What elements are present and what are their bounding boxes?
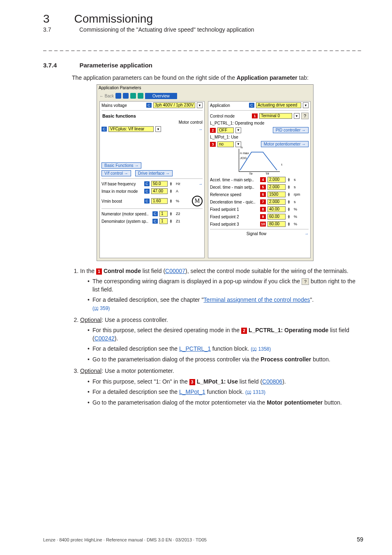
param-input[interactable]: 1500 — [267, 192, 286, 197]
step-1-sub-2: For a detailed description, see the chap… — [88, 296, 363, 312]
dropdown-icon[interactable]: ▼ — [197, 102, 203, 108]
callout-2: 2 — [241, 328, 247, 334]
vmin-input[interactable]: 1.60 — [151, 198, 168, 204]
param-label: Accel. time - main setp.. — [210, 178, 258, 182]
step-3-sub-3: Go to the parameterisation dialog of the… — [88, 399, 363, 407]
arrow-icon[interactable]: → — [198, 127, 203, 132]
lmpot-select[interactable]: no — [217, 141, 234, 147]
vmin-label: Vmin boost — [101, 199, 143, 204]
c-badge-icon[interactable]: C — [144, 189, 150, 194]
callout-1: 1 — [252, 113, 258, 118]
book-icon: 🕮 — [94, 306, 99, 311]
link-terminal-assignment[interactable]: Terminal assignment of the control modes — [203, 296, 310, 303]
denominator-label: Denominator (system sp.. — [101, 219, 151, 224]
vf-control-button[interactable]: V/f control → — [101, 170, 131, 176]
callout-7: 7 — [260, 199, 266, 204]
param-row: Fixed setpoint 31080.00▲▼% — [208, 220, 310, 228]
overview-button[interactable]: Overview — [145, 93, 177, 99]
param-input[interactable]: 60.00 — [267, 214, 286, 220]
link-c00242[interactable]: C00242 — [95, 335, 115, 342]
c-badge-icon[interactable]: C — [144, 199, 150, 204]
nav-icon-2[interactable] — [123, 93, 129, 99]
drive-interface-button[interactable]: Drive interface → — [135, 170, 173, 176]
lmpot-label: L_MPot_1: Use — [210, 135, 238, 139]
dropdown-icon[interactable]: ▼ — [303, 102, 309, 108]
nav-icon-1[interactable] — [115, 93, 121, 99]
nav-icon-4[interactable] — [138, 93, 143, 99]
spinner-icon[interactable]: ▲▼ — [169, 182, 173, 186]
section-title: Commissioning of the "Actuating drive sp… — [79, 26, 254, 33]
chapter-title: Commissioning — [74, 12, 153, 25]
vf-base-freq-input[interactable]: 50.0 — [151, 181, 168, 187]
lpctrl-select[interactable]: OFF — [217, 127, 234, 133]
motor-icon: M — [192, 196, 203, 206]
page-header: 3 Commissioning 3.7 Commissioning of the… — [43, 12, 363, 51]
basic-functions-button[interactable]: Basic Functions → — [101, 162, 141, 169]
application-label: Application — [210, 103, 230, 108]
spinner-icon[interactable]: ▲▼ — [287, 200, 291, 204]
spinner-icon[interactable]: ▲▼ — [287, 222, 291, 226]
toolbar: ← Back Overview — [99, 92, 311, 99]
nav-icon-3[interactable] — [130, 93, 136, 99]
param-label: Fixed setpoint 2 — [210, 215, 258, 219]
page-xref[interactable]: (🕮 359) — [92, 305, 110, 311]
link-c00806[interactable]: C00806 — [262, 378, 282, 385]
param-input[interactable]: 80.00 — [267, 221, 286, 227]
param-input[interactable]: 2.000 — [267, 199, 286, 205]
param-label: Reference speed — [210, 192, 258, 197]
book-icon: 🕮 — [252, 347, 257, 352]
dropdown-icon[interactable]: ▼ — [235, 127, 241, 133]
spinner-icon[interactable]: ▲▼ — [287, 215, 291, 219]
c-badge-icon[interactable]: C — [144, 181, 150, 186]
control-mode-select[interactable]: Terminal 0 — [259, 113, 292, 119]
pid-controller-button[interactable]: PID controller → — [273, 127, 309, 133]
spinner-icon[interactable]: ▲▼ — [287, 185, 291, 189]
imax-input[interactable]: 47.00 — [151, 188, 168, 194]
footer-text: Lenze · 8400 protec HighLine · Reference… — [43, 537, 207, 542]
param-input[interactable]: 2.000 — [267, 184, 286, 190]
dropdown-icon[interactable]: ▼ — [294, 113, 300, 119]
param-row: Fixed setpoint 2960.00▲▼% — [208, 213, 310, 220]
arrow-icon[interactable]: → — [304, 231, 309, 236]
callout-5: 5 — [260, 185, 266, 190]
spinner-icon[interactable]: ▲▼ — [287, 207, 291, 211]
application-select[interactable]: Actuating drive speed — [256, 102, 301, 108]
lpctrl-label: L_PCTRL_1: Operating mode — [210, 121, 264, 125]
link-lpctrl1[interactable]: L_PCTRL_1 — [179, 345, 211, 352]
param-label: Deceleration time - quic.. — [210, 200, 258, 204]
param-label: Decel. time - main setp.. — [210, 185, 258, 190]
help-button[interactable]: ? — [301, 113, 309, 119]
spinner-icon[interactable]: ▲▼ — [287, 178, 291, 182]
param-input[interactable]: 40.00 — [267, 206, 286, 212]
spinner-icon[interactable]: ▲▼ — [169, 219, 173, 223]
page-xref[interactable]: (🕮 1313) — [245, 389, 265, 395]
c-badge-icon[interactable]: C — [152, 211, 158, 216]
tab-app-params[interactable]: Application Parameters — [99, 86, 141, 90]
spinner-icon[interactable]: ▲▼ — [169, 212, 173, 216]
param-row: Decel. time - main setp..52.000▲▼s — [208, 183, 310, 191]
motor-control-select[interactable]: VFCplus: V/f linear — [108, 126, 154, 132]
c-badge-icon[interactable]: C — [152, 219, 158, 224]
control-mode-label: Control mode — [210, 114, 235, 118]
page-xref[interactable]: (🕮 1358) — [251, 346, 271, 352]
denominator-input[interactable]: 1 — [159, 218, 168, 224]
numerator-input[interactable]: 1 — [159, 211, 168, 217]
dropdown-icon[interactable]: ▼ — [155, 126, 161, 132]
right-pane: Application C Actuating drive speed ▼ Co… — [208, 101, 311, 258]
link-lmpot1[interactable]: L_MPot_1 — [179, 388, 205, 395]
dropdown-icon[interactable]: ▼ — [235, 141, 241, 147]
motor-pot-button[interactable]: Motor potentiometer → — [261, 141, 309, 147]
spinner-icon[interactable]: ▲▼ — [169, 199, 173, 203]
c-badge-icon[interactable]: C — [101, 127, 107, 132]
spinner-icon[interactable]: ▲▼ — [287, 192, 291, 197]
spinner-icon[interactable]: ▲▼ — [169, 189, 173, 193]
link-c00007[interactable]: C00007 — [165, 268, 185, 274]
back-button[interactable]: ← Back — [99, 94, 114, 98]
step-2-sub-2: For a detailed description see the L_PCT… — [88, 345, 363, 353]
ramp-chart: n n max JOG Tir Tif t — [239, 149, 280, 172]
arrow-icon[interactable]: → — [198, 182, 203, 186]
c-badge-icon[interactable]: C — [146, 103, 152, 108]
c-badge-icon[interactable]: C — [249, 103, 254, 108]
mains-voltage-select[interactable]: 3ph 400V / 1ph 230V — [153, 102, 195, 108]
param-input[interactable]: 2.000 — [267, 177, 286, 183]
